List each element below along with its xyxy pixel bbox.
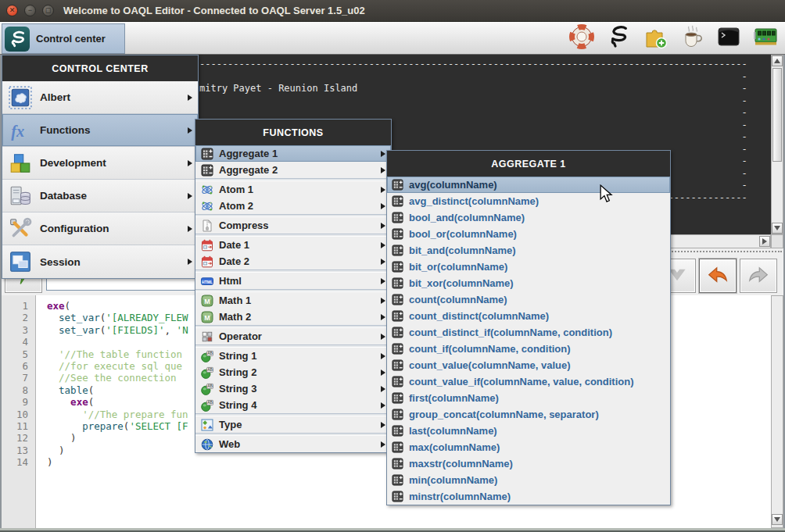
menu-item-group-concat-columnname-separator[interactable]: group_concat(columnName, separator) bbox=[387, 406, 670, 423]
submenu-arrow-icon bbox=[381, 334, 385, 340]
scroll-up-icon[interactable] bbox=[772, 55, 783, 66]
menu-item-count-distinct-if-columnname-condition[interactable]: count_distinct_if(columnName, condition) bbox=[387, 324, 670, 341]
menu-item-label: Operator bbox=[219, 330, 262, 342]
menu-item-string-2[interactable]: ABString 2 bbox=[195, 364, 391, 380]
menu-item-string-4[interactable]: ABString 4 bbox=[195, 397, 391, 413]
submenu-arrow-icon bbox=[381, 242, 385, 248]
submenu-arrow-icon bbox=[381, 298, 385, 304]
menu-item-count-columnname[interactable]: count(columnName) bbox=[387, 291, 670, 308]
menu-item-functions[interactable]: fxFunctions bbox=[2, 114, 198, 147]
menu-item-label: bool_and(columnName) bbox=[409, 212, 525, 223]
menu-item-albert[interactable]: Albert bbox=[2, 81, 198, 114]
svg-text:AB: AB bbox=[207, 401, 213, 405]
menu-item-math-2[interactable]: MMath 2 bbox=[195, 309, 391, 325]
menu-item-minstr-columnname[interactable]: minstr(columnName) bbox=[387, 488, 670, 505]
submenu-arrow-icon bbox=[381, 167, 385, 173]
redo-button[interactable] bbox=[740, 259, 777, 293]
snake-icon bbox=[5, 27, 30, 52]
menu-item-label: Date 2 bbox=[219, 255, 249, 267]
snake-button[interactable] bbox=[605, 25, 632, 52]
terminal-button[interactable] bbox=[715, 25, 742, 52]
console-line: mitry Payet - Reunion Island- bbox=[199, 83, 771, 95]
aggregate-icon bbox=[392, 310, 403, 322]
menu-item-label: Atom 2 bbox=[219, 200, 253, 212]
session-icon bbox=[9, 250, 32, 273]
atom-icon bbox=[201, 200, 213, 212]
menu-item-label: bit_and(columnName) bbox=[409, 245, 516, 256]
menu-item-bit-xor-columnname[interactable]: bit_xor(columnName) bbox=[387, 275, 670, 291]
plugin-add-button[interactable] bbox=[642, 25, 669, 52]
maximize-window-icon[interactable]: ◻ bbox=[42, 5, 54, 16]
console-scroll-thumb[interactable] bbox=[772, 68, 782, 162]
menu-item-maxstr-columnname[interactable]: maxstr(columnName) bbox=[387, 455, 670, 472]
menu-item-first-columnname[interactable]: first(columnName) bbox=[387, 390, 670, 406]
minimize-window-icon[interactable]: − bbox=[24, 5, 36, 16]
help-lifering-button[interactable] bbox=[568, 25, 595, 52]
menu-item-date-1[interactable]: Date 1 bbox=[195, 237, 391, 253]
scroll-right-icon[interactable] bbox=[759, 236, 770, 247]
menu-item-development[interactable]: Development bbox=[2, 147, 198, 180]
line-number: 13 bbox=[2, 445, 28, 456]
menu-item-math-1[interactable]: MMath 1 bbox=[195, 292, 391, 309]
aggregate-icon bbox=[392, 441, 403, 453]
line-number: 6 bbox=[2, 360, 28, 372]
menu-item-bit-or-columnname[interactable]: bit_or(columnName) bbox=[387, 259, 670, 275]
menu-item-max-columnname[interactable]: max(columnName) bbox=[387, 439, 670, 455]
scroll-down-icon[interactable] bbox=[772, 223, 783, 234]
close-window-icon[interactable]: ✕ bbox=[6, 5, 18, 16]
menu-item-compress[interactable]: Compress bbox=[195, 217, 391, 234]
menu-item-label: Type bbox=[219, 419, 242, 430]
undo-button[interactable] bbox=[699, 259, 737, 293]
aggregate-icon bbox=[392, 212, 403, 223]
menu-item-bool-or-columnname[interactable]: bool_or(columnName) bbox=[387, 226, 670, 242]
menu-item-count-distinct-columnname[interactable]: count_distinct(columnName) bbox=[387, 308, 670, 324]
console-vertical-scrollbar[interactable] bbox=[771, 55, 783, 234]
memory-card-button[interactable] bbox=[752, 25, 779, 52]
oaql-editor-window: ✕ − ◻ Welcome to OAQL Editor - Connected… bbox=[0, 0, 785, 532]
java-coffee-button[interactable] bbox=[679, 25, 705, 52]
menu-item-label: first(columnName) bbox=[409, 392, 499, 404]
svg-text:fx: fx bbox=[11, 122, 24, 140]
math-icon: M bbox=[201, 295, 213, 307]
menu-item-bool-and-columnname[interactable]: bool_and(columnName) bbox=[387, 209, 670, 226]
menu-item-web[interactable]: Web bbox=[195, 436, 391, 452]
menu-item-avg-columnname[interactable]: avg(columnName) bbox=[387, 177, 670, 193]
line-number: 2 bbox=[2, 312, 28, 323]
menu-item-label: Html bbox=[219, 275, 242, 287]
puzzle-icon bbox=[643, 24, 668, 52]
menu-item-label: String 1 bbox=[219, 350, 256, 362]
menu-item-count-if-columnname-condition[interactable]: count_if(columnName, condition) bbox=[387, 341, 670, 357]
menu-item-html[interactable]: HTMLHtml bbox=[195, 273, 391, 289]
line-number: 9 bbox=[2, 396, 28, 408]
line-number: 5 bbox=[2, 348, 28, 360]
menu-item-database[interactable]: Database bbox=[2, 180, 198, 212]
menu-item-label: count_if(columnName, condition) bbox=[409, 343, 571, 355]
control-center-button[interactable]: Control center bbox=[2, 23, 125, 54]
menu-item-last-columnname[interactable]: last(columnName) bbox=[387, 423, 670, 439]
menu-item-atom-2[interactable]: Atom 2 bbox=[195, 198, 391, 214]
menu-item-avg-distinct-columnname[interactable]: avg_distinct(columnName) bbox=[387, 193, 670, 209]
scroll-down-icon[interactable] bbox=[772, 514, 783, 525]
menu-item-bit-and-columnname[interactable]: bit_and(columnName) bbox=[387, 242, 670, 259]
menu-item-label: Web bbox=[219, 438, 240, 450]
menu-item-aggregate-1[interactable]: Aggregate 1 bbox=[195, 145, 391, 162]
line-number: 12 bbox=[2, 432, 28, 444]
menu-item-operator[interactable]: Operator bbox=[195, 328, 391, 345]
menu-item-type[interactable]: Type bbox=[195, 416, 391, 433]
redo-icon bbox=[747, 262, 770, 289]
menu-item-string-3[interactable]: ABString 3 bbox=[195, 380, 391, 397]
menu-item-label: count_distinct(columnName) bbox=[409, 310, 549, 322]
menu-item-count-value-if-columnname-value-condition[interactable]: count_value_if(columnName, value, condit… bbox=[387, 373, 670, 390]
menu-item-atom-1[interactable]: Atom 1 bbox=[195, 181, 391, 198]
menu-item-label: group_concat(columnName, separator) bbox=[409, 409, 599, 420]
menu-item-min-columnname[interactable]: min(columnName) bbox=[387, 472, 670, 488]
svg-text:M: M bbox=[204, 298, 210, 305]
menu-item-label: Aggregate 1 bbox=[219, 148, 278, 159]
menu-item-aggregate-2[interactable]: Aggregate 2 bbox=[195, 162, 391, 178]
menu-item-session[interactable]: Session bbox=[2, 245, 198, 278]
menu-item-configuration[interactable]: Configuration bbox=[2, 212, 198, 245]
menu-item-string-1[interactable]: ABString 1 bbox=[195, 348, 391, 364]
menu-item-date-2[interactable]: Date 2 bbox=[195, 253, 391, 270]
menu-item-count-value-columnname-value[interactable]: count_value(columnName, value) bbox=[387, 357, 670, 373]
editor-vertical-scrollbar[interactable] bbox=[771, 295, 783, 528]
